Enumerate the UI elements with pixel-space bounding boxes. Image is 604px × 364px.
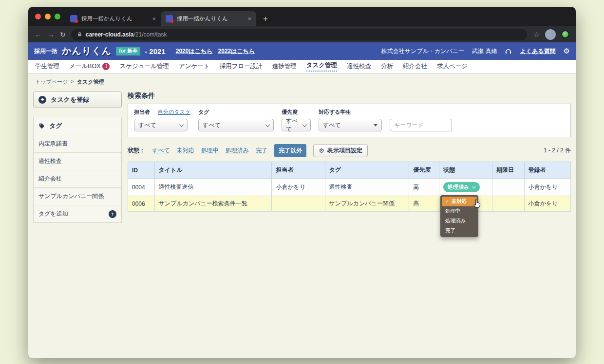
nav-item-tasks[interactable]: タスク管理	[306, 61, 337, 72]
brand-prefix: 採用一括	[34, 47, 57, 55]
tag-item[interactable]: サンプルカンパニー関係	[34, 188, 121, 205]
search-conditions-panel: 担当者 自分のタスク すべて タグ すべて 優先度 すべて 対応する学生 すべて	[128, 104, 571, 137]
dropdown-option-processed[interactable]: 処理済み	[442, 216, 477, 226]
address-bar[interactable]: career-cloud.asia/21/com/task	[71, 29, 528, 40]
status-link-all[interactable]: すべて	[152, 146, 170, 155]
browser-window: 採用一括かんりくん × 採用一括かんりくん × + ← → ↻ career-c…	[28, 7, 576, 358]
status-filter-active-button[interactable]: 完了以外	[274, 144, 306, 157]
close-window-button[interactable]	[35, 14, 41, 19]
browser-profile-avatar[interactable]	[545, 29, 556, 40]
check-icon: ✓	[445, 199, 449, 204]
back-icon[interactable]: ←	[35, 31, 42, 38]
dropdown-option-done[interactable]: 完了	[442, 226, 477, 236]
nav-item-flow-design[interactable]: 採用フロー設計	[220, 62, 263, 71]
company-name: 株式会社サンプル・カンパニー	[381, 47, 464, 55]
nav-item-agencies[interactable]: 紹介会社	[403, 62, 427, 71]
assignee-select[interactable]: すべて	[134, 119, 188, 131]
browser-extension-icon[interactable]	[561, 30, 569, 38]
cell-title[interactable]: 適性検査送信	[154, 179, 272, 196]
add-tag-button[interactable]: タグを追加 +	[34, 205, 121, 222]
nav-item-schedule[interactable]: スケジュール管理	[119, 62, 169, 71]
maximize-window-button[interactable]	[55, 14, 60, 19]
status-link-processed[interactable]: 処理済み	[226, 146, 249, 155]
browser-tab-active[interactable]: 採用一括かんりくん ×	[161, 11, 256, 26]
tab-title: 採用一括かんりくん	[81, 15, 148, 22]
triangle-down-icon	[374, 124, 378, 127]
cell-priority: 高	[409, 179, 439, 196]
url-host: career-cloud.asia	[86, 31, 134, 38]
status-link-done[interactable]: 完了	[256, 146, 267, 155]
breadcrumb-current: タスク管理	[77, 78, 104, 86]
site-favicon	[166, 15, 173, 22]
link-2022[interactable]: 2022はこちら	[218, 47, 255, 55]
priority-label: 優先度	[282, 109, 298, 116]
keyword-input[interactable]	[390, 119, 452, 131]
priority-select[interactable]: すべて	[282, 119, 311, 131]
nav-item-survey[interactable]: アンケート	[179, 62, 210, 71]
url-path: /21/com/task	[133, 31, 167, 38]
hand-cursor-icon	[472, 199, 482, 209]
nav-item-mailbox[interactable]: メールBOX1	[69, 62, 110, 71]
cell-status: 処理済み	[439, 179, 492, 196]
main-nav: 学生管理 メールBOX1 スケジュール管理 アンケート 採用フロー設計 進捗管理…	[28, 60, 576, 73]
tab-title: 採用一括かんりくん	[177, 15, 244, 22]
tag-item[interactable]: 内定承諾書	[34, 135, 121, 153]
link-2020[interactable]: 2020はこちら	[176, 47, 213, 55]
status-pill-button[interactable]: 処理済み	[443, 182, 480, 192]
status-link-open[interactable]: 未対応	[177, 146, 194, 155]
close-tab-icon[interactable]: ×	[152, 15, 156, 22]
gear-icon: ⚙	[319, 147, 324, 154]
col-assignee: 担当者	[272, 162, 325, 179]
reload-icon[interactable]: ↻	[60, 31, 66, 38]
browser-tab-inactive[interactable]: 採用一括かんりくん ×	[65, 11, 161, 26]
brand-logo[interactable]: かんりくん	[62, 45, 112, 57]
nav-item-job-page[interactable]: 求人ページ	[437, 62, 468, 71]
register-task-button[interactable]: + タスクを登録	[33, 91, 122, 108]
plus-circle-icon: +	[109, 210, 116, 218]
table-row[interactable]: 0004 適性検査送信 小倉かをり 適性検査 高 処理済み 小倉かをり	[128, 179, 571, 196]
tab-strip: 採用一括かんりくん × 採用一括かんりくん × +	[28, 7, 576, 26]
window-controls	[35, 14, 60, 19]
new-tab-button[interactable]: +	[256, 11, 275, 26]
tag-select[interactable]: すべて	[198, 119, 274, 131]
chevron-down-icon	[179, 122, 184, 127]
breadcrumb: トップページ > タスク管理	[28, 73, 576, 88]
tag-section: タグ 内定承諾書 適性検査 紹介会社 サンプルカンパニー関係 タグを追加 +	[33, 117, 122, 223]
student-label: 対応する学生	[319, 109, 351, 116]
headset-icon[interactable]	[505, 48, 512, 55]
chevron-down-icon	[302, 122, 307, 127]
col-registrant: 登録者	[524, 162, 570, 179]
breadcrumb-home[interactable]: トップページ	[35, 78, 68, 86]
tag-item[interactable]: 紹介会社	[34, 170, 121, 188]
nav-item-progress[interactable]: 進捗管理	[272, 62, 297, 71]
status-link-in-progress[interactable]: 処理中	[201, 146, 219, 155]
col-tag: タグ	[325, 162, 409, 179]
minimize-window-button[interactable]	[45, 14, 51, 19]
cell-tag: 適性検査	[325, 179, 409, 196]
col-priority: 優先度	[409, 162, 439, 179]
nav-item-aptitude-test[interactable]: 適性検査	[347, 62, 371, 71]
search-conditions-title: 検索条件	[128, 91, 571, 100]
chevron-down-icon	[265, 122, 270, 127]
cell-id: 0006	[128, 196, 155, 212]
mail-count-badge: 1	[102, 63, 110, 70]
assignee-label: 担当者	[134, 109, 150, 116]
close-tab-icon[interactable]: ×	[247, 15, 251, 22]
faq-link[interactable]: よくある質問	[520, 47, 555, 55]
sidebar: + タスクを登録 タグ 内定承諾書 適性検査 紹介会社 サンプルカンパニー関係 …	[33, 91, 122, 223]
forward-icon[interactable]: →	[47, 31, 55, 38]
bookmark-star-icon[interactable]: ☆	[533, 31, 540, 38]
tag-item[interactable]: 適性検査	[34, 153, 121, 170]
settings-gear-icon[interactable]: ⚙	[564, 47, 570, 55]
result-count: 1 - 2 / 2 件	[544, 146, 571, 155]
cell-registrant: 小倉かをり	[524, 196, 570, 212]
nav-item-students[interactable]: 学生管理	[35, 62, 59, 71]
student-select[interactable]: すべて	[319, 119, 382, 131]
chevron-down-icon	[472, 184, 476, 188]
display-settings-button[interactable]: ⚙ 表示項目設定	[313, 144, 368, 157]
table-row[interactable]: 0006 サンプルカンパニー検索条件一覧 サンプルカンパニー関係 高 ✓ 未対応	[128, 196, 571, 212]
my-tasks-link[interactable]: 自分のタスク	[158, 109, 190, 116]
nav-item-analysis[interactable]: 分析	[381, 62, 393, 71]
brand-year: - 2021	[145, 47, 166, 55]
cell-title[interactable]: サンプルカンパニー検索条件一覧	[154, 196, 272, 212]
